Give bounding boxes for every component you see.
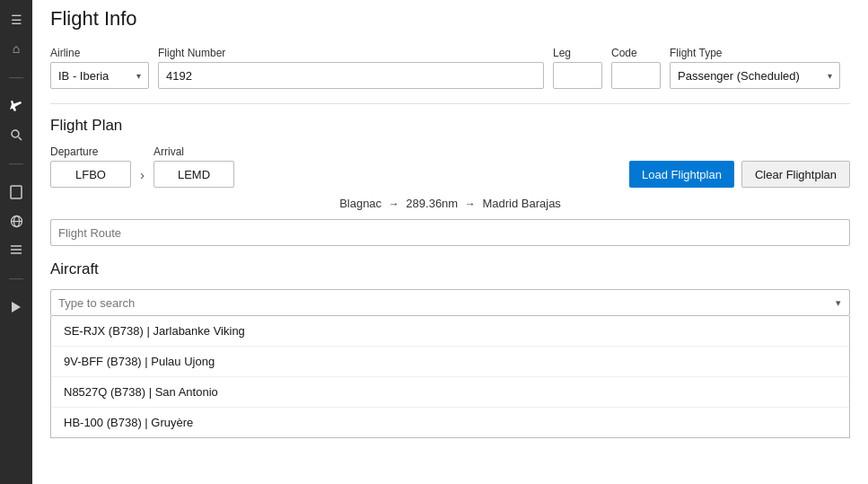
route-arrow1-icon: → <box>389 198 399 210</box>
arrival-label: Arrival <box>153 145 234 158</box>
flight-number-field-group: Flight Number <box>158 47 544 89</box>
flight-type-label: Flight Type <box>670 47 840 59</box>
aircraft-section-label: Aircraft <box>50 260 850 278</box>
aircraft-dropdown-item-3[interactable]: HB-100 (B738) | Gruyère <box>51 408 849 437</box>
departure-label: Departure <box>50 145 131 158</box>
flight-number-input[interactable] <box>158 62 544 89</box>
search-icon[interactable] <box>4 122 29 147</box>
leg-input[interactable] <box>553 62 602 89</box>
code-label: Code <box>611 47 661 59</box>
departure-input[interactable] <box>50 161 131 188</box>
flight-type-value: Passenger (Scheduled) <box>678 69 800 83</box>
arrival-input[interactable] <box>153 161 234 188</box>
flight-number-label: Flight Number <box>158 47 544 59</box>
page-title: Flight Info <box>50 7 850 31</box>
document-icon[interactable] <box>4 180 29 205</box>
plane-icon[interactable] <box>4 93 29 119</box>
route-origin: Blagnac <box>339 197 381 210</box>
airline-label: Airline <box>50 47 149 59</box>
flight-info-row: Airline IB - Iberia ▾ Flight Number Leg … <box>50 47 850 89</box>
svg-point-0 <box>12 130 19 137</box>
route-destination: Madrid Barajas <box>482 197 560 210</box>
minus-icon: — <box>4 65 29 90</box>
leg-label: Leg <box>553 47 602 59</box>
sidebar: ☰ ⌂ — — — <box>0 0 32 484</box>
route-distance: 289.36nm <box>406 197 458 210</box>
aircraft-search-wrapper: ▾ <box>50 289 850 316</box>
flight-type-select[interactable]: Passenger (Scheduled) ▾ <box>670 62 840 89</box>
list-icon[interactable] <box>4 237 29 262</box>
clear-flightplan-button[interactable]: Clear Flightplan <box>741 161 850 188</box>
airline-chevron-icon: ▾ <box>136 71 141 81</box>
airline-value: IB - Iberia <box>58 69 109 83</box>
play-icon[interactable] <box>4 295 29 320</box>
aircraft-dropdown: SE-RJX (B738) | Jarlabanke Viking 9V-BFF… <box>50 316 850 438</box>
flight-type-field-group: Flight Type Passenger (Scheduled) ▾ <box>670 47 840 89</box>
airline-select[interactable]: IB - Iberia ▾ <box>50 62 149 89</box>
svg-marker-9 <box>12 302 21 312</box>
divider1-icon: — <box>4 151 29 176</box>
home-icon[interactable]: ⌂ <box>4 36 29 61</box>
aircraft-dropdown-item-0[interactable]: SE-RJX (B738) | Jarlabanke Viking <box>51 316 849 347</box>
aircraft-search-input[interactable] <box>50 289 850 316</box>
hamburger-icon[interactable]: ☰ <box>4 7 29 32</box>
route-arrow2-icon: → <box>465 198 476 210</box>
departure-field-group: Departure <box>50 145 131 188</box>
divider2-icon: — <box>4 266 29 291</box>
leg-field-group: Leg <box>553 47 602 89</box>
load-flightplan-button[interactable]: Load Flightplan <box>629 161 734 188</box>
arrival-field-group: Arrival <box>153 145 234 188</box>
flight-type-chevron-icon: ▾ <box>828 71 832 81</box>
svg-line-1 <box>19 137 22 141</box>
divider <box>50 103 850 104</box>
svg-rect-2 <box>11 186 22 198</box>
route-summary: Blagnac → 289.36nm → Madrid Barajas <box>50 195 850 212</box>
flight-plan-section-label: Flight Plan <box>50 117 850 135</box>
flight-route-input[interactable] <box>50 219 850 246</box>
main-content: Flight Info Airline IB - Iberia ▾ Flight… <box>32 0 868 484</box>
flightplan-buttons: Load Flightplan Clear Flightplan <box>629 161 850 188</box>
aircraft-dropdown-item-2[interactable]: N8527Q (B738) | San Antonio <box>51 377 849 408</box>
departure-arrival-arrow-icon: › <box>140 167 145 188</box>
code-field-group: Code <box>611 47 661 89</box>
aircraft-dropdown-item-1[interactable]: 9V-BFF (B738) | Pulau Ujong <box>51 347 849 377</box>
globe-icon[interactable] <box>4 208 29 233</box>
airline-field-group: Airline IB - Iberia ▾ <box>50 47 149 89</box>
flightplan-row: Departure › Arrival Load Flightplan Clea… <box>50 145 850 188</box>
code-input[interactable] <box>611 62 661 89</box>
